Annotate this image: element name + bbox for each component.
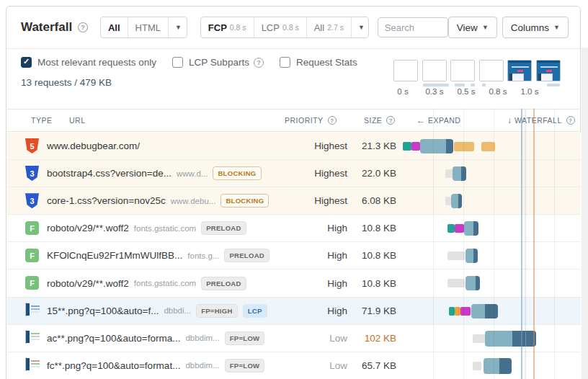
url-cell: core-1.css?version=nov25cwww.debu...BLOC… xyxy=(47,187,263,214)
column-size[interactable]: SIZE? xyxy=(364,110,395,131)
request-type-filter: All HTML ▼ xyxy=(100,17,187,38)
filter-all-requests[interactable]: All xyxy=(101,17,128,37)
timeline-gridline xyxy=(524,109,525,379)
filmstrip-frame[interactable] xyxy=(507,60,532,81)
request-rows: 5www.debugbear.com/Highest21.3 KB3bootst… xyxy=(7,133,581,379)
url-cell: ac**.png?q=100&auto=forma...dbbdim...FP=… xyxy=(47,325,263,352)
chevron-down-icon: ▼ xyxy=(553,24,560,31)
filmstrip-frame[interactable] xyxy=(422,60,447,81)
size-cell: 10.8 KB xyxy=(317,269,396,296)
waterfall-bar-segment xyxy=(499,358,512,374)
timeline-gridline xyxy=(433,109,434,379)
timeline-gridline xyxy=(463,109,464,379)
metric-filter-dropdown[interactable]: ▼ xyxy=(351,17,369,37)
image-preview-icon xyxy=(25,303,27,316)
waterfall-bar-segment xyxy=(445,197,451,205)
table-row[interactable]: Froboto/v29/**.woff2fonts.gstatic.comPRE… xyxy=(7,269,581,297)
waterfall-bar-segment xyxy=(458,194,462,208)
search-input[interactable] xyxy=(378,17,448,37)
request-url: roboto/v29/**.woff2 xyxy=(47,223,129,233)
waterfall-help-icon[interactable]: ? xyxy=(78,22,88,32)
table-row[interactable]: Froboto/v29/**.woff2fonts.gstatic.comPRE… xyxy=(7,215,581,242)
filter-lcp[interactable]: LCP0.8 s xyxy=(254,17,306,37)
filter-html-requests[interactable]: HTML xyxy=(128,17,168,37)
type-icon-cell xyxy=(25,358,27,371)
request-stats-checkbox[interactable]: Request Stats xyxy=(280,57,357,68)
size-cell: 10.8 KB xyxy=(317,242,396,269)
filmstrip-time-label: 0.3 s xyxy=(420,87,449,96)
toolbar-divider xyxy=(6,48,580,49)
preload-badge: PRELOAD xyxy=(201,221,246,235)
scrollbar-track[interactable] xyxy=(582,48,588,379)
table-row[interactable]: 3bootstrap4.css?version=de...www.d...BLO… xyxy=(7,160,581,187)
type-icon-cell: 3 xyxy=(25,166,39,181)
size-cell: 71.9 KB xyxy=(317,298,396,324)
waterfall-bar-segment xyxy=(476,276,480,290)
most-relevant-checkbox[interactable]: Most relevant requests only xyxy=(21,57,156,68)
waterfall-bar-segment xyxy=(473,249,478,263)
filmstrip-frame[interactable] xyxy=(536,60,561,81)
preload-badge: PRELOAD xyxy=(201,277,246,290)
filmstrip-frame[interactable] xyxy=(479,60,504,81)
request-type-filter-dropdown[interactable]: ▼ xyxy=(168,17,187,37)
request-domain: fonts.g... xyxy=(187,251,219,260)
waterfall-bar-segment xyxy=(473,221,478,236)
url-cell: roboto/v29/**.woff2fonts.gstatic.comPREL… xyxy=(47,269,263,296)
column-type: TYPE xyxy=(31,110,52,131)
waterfall-bar-segment xyxy=(464,221,473,236)
url-cell: bootstrap4.css?version=de...www.d...BLOC… xyxy=(47,160,263,187)
checkbox-checked-icon xyxy=(21,57,32,68)
lcp-subparts-label: LCP Subparts xyxy=(189,57,249,68)
waterfall-bar-segment xyxy=(403,142,411,151)
request-url: 15**.png?q=100&auto=f... xyxy=(47,306,159,316)
chevron-down-icon: ▼ xyxy=(175,24,182,31)
size-help-icon[interactable]: ? xyxy=(386,116,395,125)
checkbox-icon xyxy=(280,57,290,68)
column-priority[interactable]: PRIORITY? xyxy=(285,110,337,131)
view-button[interactable]: View▼ xyxy=(448,17,497,38)
priority-help-icon[interactable]: ? xyxy=(328,116,337,125)
lcp-subparts-help-icon[interactable]: ? xyxy=(254,58,264,68)
url-cell: roboto/v29/**.woff2fonts.gstatic.comPREL… xyxy=(47,215,263,241)
image-preview-icon xyxy=(25,330,27,344)
size-cell: 6.08 KB xyxy=(317,187,396,214)
table-row[interactable]: 15**.png?q=100&auto=f...dbbdi...FP=HIGHL… xyxy=(7,298,581,325)
request-stats-label: Request Stats xyxy=(296,57,357,68)
waterfall-bar-segment xyxy=(471,304,485,318)
waterfall-bar-segment xyxy=(453,166,461,181)
filmstrip-frame[interactable] xyxy=(450,60,475,81)
url-cell: www.debugbear.com/ xyxy=(47,133,263,159)
filter-all-time[interactable]: All2.7 s xyxy=(306,17,351,37)
waterfall-bar-segment xyxy=(447,251,465,260)
waterfall-sort-help-icon[interactable]: ? xyxy=(566,116,575,125)
filmstrip-mini-bar xyxy=(455,84,465,86)
filmstrip-frame[interactable] xyxy=(393,60,418,81)
filmstrip-mini-bar xyxy=(547,84,560,86)
checkbox-icon xyxy=(172,57,183,68)
waterfall-bar-segment xyxy=(445,169,453,178)
size-cell: 102 KB xyxy=(317,325,396,352)
expand-control[interactable]: ← EXPAND xyxy=(416,110,460,131)
waterfall-bar-segment xyxy=(447,279,465,287)
table-row[interactable]: ac**.png?q=100&auto=forma...dbbdim...FP=… xyxy=(7,325,581,352)
table-row[interactable]: 5www.debugbear.com/Highest21.3 KB xyxy=(7,133,581,160)
request-url: roboto/v29/**.woff2 xyxy=(47,278,129,289)
type-icon-cell: F xyxy=(25,275,39,290)
lcp-subparts-checkbox[interactable]: LCP Subparts ? xyxy=(172,57,264,68)
columns-button[interactable]: Columns▼ xyxy=(502,17,569,38)
waterfall-bar-segment xyxy=(460,307,471,316)
request-domain: dbbdim... xyxy=(185,361,219,370)
column-waterfall[interactable]: ↓ WATERFALL ? xyxy=(507,110,575,131)
type-icon-cell: F xyxy=(25,220,39,235)
table-row[interactable]: fc**.png?q=100&auto=format...dbbdim...FP… xyxy=(7,352,581,379)
css-file-icon: 3 xyxy=(25,166,39,181)
waterfall-panel: Waterfall ? All HTML ▼ FCP0.8 s LCP0.8 s… xyxy=(6,6,581,379)
timeline-gridline xyxy=(494,109,494,379)
filter-fcp[interactable]: FCP0.8 s xyxy=(201,17,254,37)
most-relevant-label: Most relevant requests only xyxy=(37,57,156,68)
table-row[interactable]: FKFOlCnqEu92Fr1MmWUlfBB...fonts.g...PREL… xyxy=(7,242,581,269)
type-icon-cell xyxy=(25,303,27,316)
request-domain: dbbdi... xyxy=(164,306,191,315)
table-row[interactable]: 3core-1.css?version=nov25cwww.debu...BLO… xyxy=(7,187,581,215)
waterfall-bar-segment xyxy=(485,304,498,318)
